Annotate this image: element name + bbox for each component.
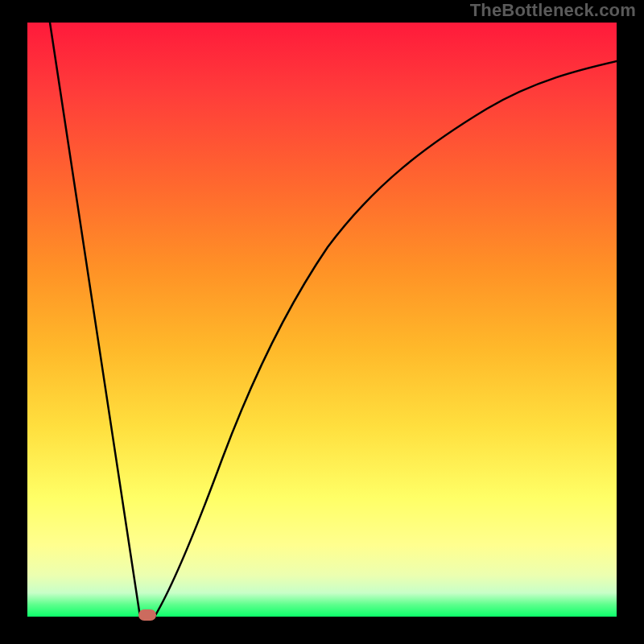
bottleneck-curve-path [50,23,617,617]
curve-svg [27,23,617,617]
plot-area [27,23,617,617]
optimal-point-marker [138,609,156,621]
watermark-text: TheBottleneck.com [470,0,636,21]
chart-frame: TheBottleneck.com [0,0,644,644]
